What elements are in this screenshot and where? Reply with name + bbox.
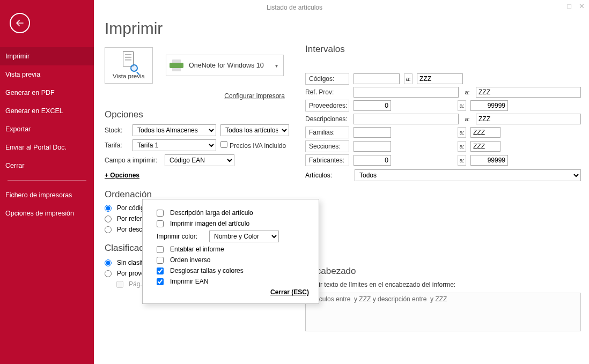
nav-exportar[interactable]: Exportar <box>0 120 94 138</box>
pop-entablar-label: Entablar el informe <box>170 246 224 253</box>
nav-vista-previa[interactable]: Vista previa <box>0 65 94 84</box>
int-fam-from[interactable] <box>354 127 391 138</box>
campo-label: Campo a imprimir: <box>105 157 160 164</box>
pop-desclarga-label: Descripción larga del artículo <box>170 209 253 217</box>
int-fam-to-label: a: <box>458 127 466 138</box>
sidebar: Imprimir Vista previa Generar en PDF Gen… <box>0 0 94 364</box>
vista-previa-button[interactable]: Vista previa <box>105 47 153 84</box>
more-options-link[interactable]: + Opciones <box>105 172 139 179</box>
printer-name: OneNote for Windows 10 <box>189 62 275 69</box>
vista-previa-label: Vista previa <box>113 73 145 79</box>
art-filter-select[interactable]: Todos los artículos <box>220 124 289 136</box>
int-ref-label: Ref. Prov: <box>305 87 349 98</box>
pop-desglosar-label: Desglosar tallas y colores <box>170 267 244 274</box>
int-fab-label: Fabricantes: <box>305 154 349 166</box>
pop-color-label: Imprimir color: <box>157 233 205 240</box>
nav-generar-excel[interactable]: Generar en EXCEL <box>0 102 94 120</box>
int-prov-to-label: a: <box>458 100 466 111</box>
int-prov-from[interactable] <box>354 100 391 111</box>
chevron-down-icon: ▾ <box>275 63 278 69</box>
int-prov-label: Proveedores: <box>305 100 349 112</box>
main-panel: Imprimir Vista previa OneNote for Window… <box>94 0 589 364</box>
encabezado-hint: Incluir texto de límites en el encabezad… <box>305 281 581 288</box>
printer-icon <box>170 60 183 71</box>
cl-sin-radio[interactable] <box>105 259 112 266</box>
campo-select[interactable]: Código EAN <box>165 154 234 166</box>
pop-desclarga-checkbox[interactable] <box>157 210 164 217</box>
pop-ean-checkbox[interactable] <box>157 278 164 285</box>
preview-icon <box>121 51 137 71</box>
nav-generar-pdf[interactable]: Generar en PDF <box>0 84 94 102</box>
int-sec-to-label: a: <box>458 141 466 152</box>
int-fab-from[interactable] <box>354 155 391 166</box>
more-options-popup: Descripción larga del artículo Imprimir … <box>142 199 319 304</box>
int-fab-to[interactable] <box>470 155 508 166</box>
pop-img-checkbox[interactable] <box>157 220 164 227</box>
iva-label: Precios IVA incluido <box>230 142 286 150</box>
nav-opciones-impresion[interactable]: Opciones de impresión <box>0 204 94 222</box>
pop-img-label: Imprimir imagen del artículo <box>170 220 249 227</box>
printer-dropdown[interactable]: OneNote for Windows 10 ▾ <box>166 55 284 76</box>
cl-pag-checkbox <box>116 281 123 288</box>
nav-primary: Imprimir Vista previa Generar en PDF Gen… <box>0 47 94 175</box>
int-desc-from[interactable] <box>354 114 459 124</box>
tarifa-label: Tarifa: <box>105 142 128 149</box>
ordenacion-title: Ordenación <box>105 189 289 200</box>
opciones-title: Opciones <box>105 109 289 120</box>
ord-ref-radio[interactable] <box>105 216 112 222</box>
nav-separator <box>8 180 86 181</box>
int-fam-to[interactable] <box>470 127 500 138</box>
int-cod-from[interactable] <box>354 73 400 84</box>
int-desc-to[interactable] <box>476 114 581 124</box>
int-cod-to-label: a: <box>404 73 413 84</box>
stock-select[interactable]: Todos los Almacenes <box>132 124 216 136</box>
popup-close-link[interactable]: Cerrar (ESC) <box>157 288 309 296</box>
ord-desc-radio[interactable] <box>105 226 112 233</box>
stock-label: Stock: <box>105 127 128 134</box>
encabezado-text[interactable]: Artículos entre y ZZZ y descripción entr… <box>305 293 581 331</box>
int-ref-to-label: a: <box>463 87 472 97</box>
pop-desglosar-checkbox[interactable] <box>157 268 164 274</box>
nav-fichero-impresoras[interactable]: Fichero de impresoras <box>0 186 94 204</box>
int-sec-to[interactable] <box>470 141 500 152</box>
back-button[interactable] <box>10 13 30 33</box>
intervalos-title: Intervalos <box>305 44 581 55</box>
config-printer-link[interactable]: Configurar impresora <box>105 92 285 100</box>
cl-prov-radio[interactable] <box>105 270 112 277</box>
tarifa-select[interactable]: Tarifa 1 <box>132 139 216 151</box>
int-fab-to-label: a: <box>458 155 466 166</box>
int-ref-from[interactable] <box>354 87 459 98</box>
int-ref-to[interactable] <box>476 87 581 98</box>
int-cod-label: Códigos: <box>305 73 349 85</box>
nav-imprimir[interactable]: Imprimir <box>0 47 94 65</box>
ord-codigo-radio[interactable] <box>105 205 112 212</box>
nav-portal-doc[interactable]: Enviar al Portal Doc. <box>0 138 94 157</box>
int-fam-label: Familias: <box>305 127 349 138</box>
pop-inverso-checkbox[interactable] <box>157 257 164 264</box>
page-title: Imprimir <box>105 19 580 38</box>
encabezado-title: Encabezado <box>305 266 581 277</box>
pop-entablar-checkbox[interactable] <box>157 246 164 253</box>
int-desc-to-label: a: <box>463 114 472 124</box>
int-prov-to[interactable] <box>470 100 508 111</box>
int-desc-label: Descripciones: <box>305 114 349 124</box>
int-sec-from[interactable] <box>354 141 391 152</box>
pop-color-select[interactable]: Nombre y Color <box>209 231 279 242</box>
nav-cerrar[interactable]: Cerrar <box>0 157 94 175</box>
int-sec-label: Secciones: <box>305 140 349 152</box>
int-cod-to[interactable] <box>417 73 463 84</box>
iva-checkbox[interactable] <box>220 141 227 148</box>
art-label: Artículos: <box>305 172 349 179</box>
pop-ean-label: Imprimir EAN <box>170 278 208 285</box>
art-select[interactable]: Todos <box>355 169 581 181</box>
pop-inverso-label: Orden inverso <box>170 256 210 264</box>
nav-secondary: Fichero de impresoras Opciones de impres… <box>0 186 94 222</box>
